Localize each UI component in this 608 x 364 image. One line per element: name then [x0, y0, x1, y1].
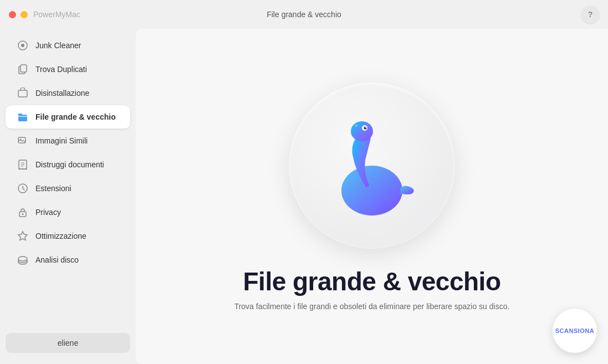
main-content: File grande & vecchio Trova facilmente i…: [136, 29, 608, 364]
content-title: File grande & vecchio: [243, 266, 501, 296]
traffic-lights: [9, 11, 28, 18]
svg-point-13: [18, 257, 27, 261]
scan-button[interactable]: SCANSIONA: [553, 309, 597, 353]
sidebar-bottom: eliene: [0, 326, 136, 360]
sidebar-label-junk-cleaner: Junk Cleaner: [35, 41, 81, 50]
sidebar-label-file-grande: File grande & vecchio: [35, 112, 116, 121]
svg-point-15: [351, 121, 373, 141]
main-layout: Junk CleanerTrova DuplicatiDisinstallazi…: [0, 29, 608, 364]
sidebar-item-analisi-disco[interactable]: Analisi disco: [6, 248, 130, 271]
sidebar-label-disinstallazione: Disinstallazione: [35, 89, 89, 98]
analisi-disco-icon: [17, 254, 29, 266]
svg-point-19: [355, 125, 357, 127]
distruggi-documenti-icon: [17, 158, 29, 171]
sidebar-item-junk-cleaner[interactable]: Junk Cleaner: [6, 34, 130, 57]
disinstallazione-icon: [17, 87, 29, 99]
sidebar-item-privacy[interactable]: Privacy: [6, 201, 130, 224]
sidebar-item-ottimizzazione[interactable]: Ottimizzazione: [6, 224, 130, 248]
sidebar: Junk CleanerTrova DuplicatiDisinstallazi…: [0, 29, 136, 364]
minimize-button[interactable]: [21, 11, 28, 18]
sidebar-item-disinstallazione[interactable]: Disinstallazione: [6, 81, 130, 105]
sidebar-label-immagini-simili: Immagini Simili: [35, 136, 88, 145]
svg-point-14: [341, 166, 402, 216]
trova-duplicati-icon: [17, 63, 29, 75]
immagini-simili-icon: [17, 135, 29, 147]
sidebar-label-distruggi-documenti: Distruggi documenti: [35, 160, 104, 169]
close-button[interactable]: [9, 11, 16, 18]
svg-point-18: [365, 127, 366, 128]
sidebar-label-trova-duplicati: Trova Duplicati: [35, 65, 87, 74]
content-subtitle: Trova facilmente i file grandi e obsolet…: [234, 302, 510, 311]
sidebar-label-ottimizzazione: Ottimizzazione: [35, 232, 86, 240]
junk-cleaner-icon: [17, 39, 29, 52]
help-button[interactable]: ?: [581, 6, 599, 23]
app-title: PowerMyMac: [33, 10, 80, 19]
sidebar-item-distruggi-documenti[interactable]: Distruggi documenti: [6, 153, 130, 176]
dino-illustration: [316, 110, 427, 221]
titlebar: PowerMyMac File grande & vecchio ?: [0, 0, 608, 29]
svg-point-11: [22, 213, 24, 215]
svg-rect-3: [18, 90, 27, 97]
sidebar-item-estensioni[interactable]: Estensioni: [6, 177, 130, 200]
file-grande-icon: [17, 111, 29, 123]
sidebar-label-privacy: Privacy: [35, 208, 61, 217]
svg-rect-5: [18, 114, 22, 116]
scan-button-container: SCANSIONA: [553, 309, 597, 353]
svg-point-17: [364, 126, 367, 129]
svg-rect-2: [21, 65, 27, 72]
sidebar-item-file-grande[interactable]: File grande & vecchio: [6, 105, 130, 129]
ottimizzazione-icon: [17, 230, 29, 242]
titlebar-center-title: File grande & vecchio: [267, 10, 341, 19]
hero-circle: [289, 83, 455, 249]
sidebar-item-immagini-simili[interactable]: Immagini Simili: [6, 129, 130, 152]
estensioni-icon: [17, 182, 29, 194]
sidebar-item-trova-duplicati[interactable]: Trova Duplicati: [6, 58, 130, 81]
privacy-icon: [17, 206, 29, 218]
sidebar-label-analisi-disco: Analisi disco: [35, 255, 79, 264]
sidebar-label-estensioni: Estensioni: [35, 184, 71, 193]
user-button[interactable]: eliene: [6, 333, 130, 353]
